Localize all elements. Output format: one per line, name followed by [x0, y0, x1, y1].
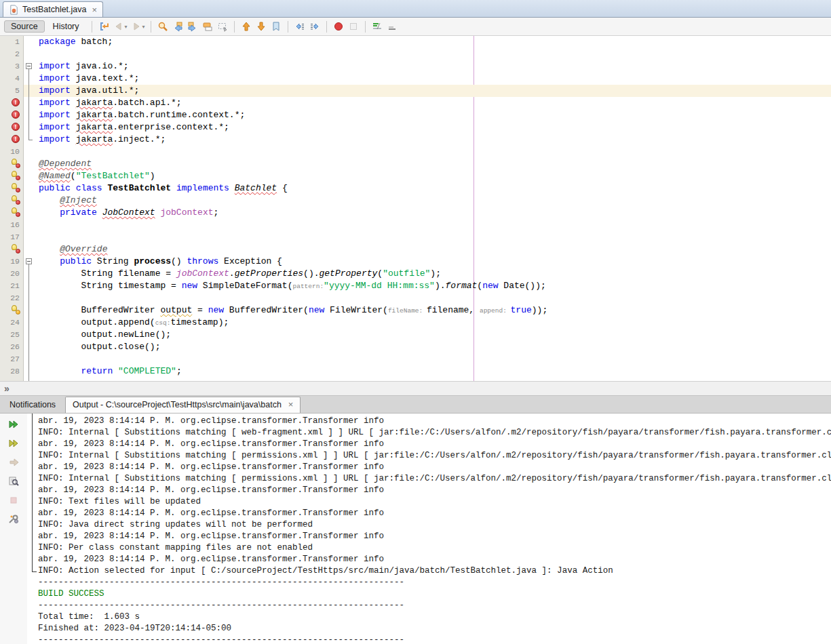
comment-button[interactable] — [370, 19, 385, 34]
output-line: INFO: Java direct string updates will no… — [38, 519, 831, 531]
next-occurrence-icon — [187, 21, 198, 32]
fold-collapse-box[interactable] — [26, 258, 32, 264]
line-number: 22 — [0, 292, 23, 304]
continue-icon — [8, 457, 19, 468]
line-number: 25 — [0, 329, 23, 341]
line-number: 16 — [0, 219, 23, 231]
warning-hint-icon[interactable] — [0, 304, 23, 317]
document-tab-bar: TestBatchlet.java × — [0, 0, 831, 18]
output-text[interactable]: abr. 19, 2023 8:14:14 P. M. org.eclipse.… — [27, 414, 831, 644]
code-line: return "COMPLETED"; — [24, 365, 831, 378]
jump-last-edit-button[interactable] — [96, 19, 111, 34]
toolbar-separator — [92, 21, 92, 33]
uncomment-button[interactable] — [385, 19, 400, 34]
shift-line-right-button[interactable] — [307, 19, 322, 34]
close-icon[interactable]: × — [92, 5, 98, 15]
toggle-highlight-search-icon — [202, 21, 213, 32]
stop-build-button[interactable] — [6, 494, 21, 507]
rerun-params-button[interactable] — [6, 437, 21, 450]
error-hint-icon[interactable] — [0, 195, 23, 207]
code-line: import java.text.*; — [24, 73, 831, 85]
forward-button[interactable] — [129, 19, 144, 34]
output-line: Total time: 1.603 s — [38, 611, 831, 623]
previous-occurrence-button[interactable] — [170, 19, 185, 34]
rectangular-selection-button[interactable] — [215, 19, 230, 34]
code-line: output.close(); — [24, 341, 831, 353]
error-hint-icon[interactable] — [0, 207, 23, 219]
tab-output[interactable]: Output - C:\sourceProject\TestHttps\src\… — [65, 397, 301, 413]
output-line: abr. 19, 2023 8:14:14 P. M. org.eclipse.… — [38, 531, 831, 542]
document-tab-label: TestBatchlet.java — [22, 5, 87, 14]
shift-line-left-icon — [294, 21, 305, 32]
line-number: 20 — [0, 268, 23, 280]
code-line: @Inject — [24, 195, 831, 207]
code-area[interactable]: package batch;import java.io.*;import ja… — [24, 36, 831, 381]
output-line: INFO: Action selected for input [ C:/sou… — [38, 565, 831, 577]
error-hint-icon[interactable] — [0, 243, 23, 256]
search-output-button[interactable] — [6, 475, 21, 488]
line-number: 26 — [0, 341, 23, 353]
code-editor: 12345101617192021222425262728 package ba… — [0, 36, 831, 381]
line-number: 21 — [0, 280, 23, 292]
toggle-highlight-search-button[interactable] — [200, 19, 215, 34]
error-hint-icon[interactable] — [0, 170, 23, 182]
tab-output-label: Output - C:\sourceProject\TestHttps\src\… — [73, 400, 282, 409]
code-line — [24, 48, 831, 60]
code-folding-column[interactable] — [24, 36, 35, 381]
record-macro-button[interactable] — [331, 19, 346, 34]
shift-line-left-button[interactable] — [292, 19, 307, 34]
previous-occurrence-icon — [172, 21, 183, 32]
output-line: INFO: Internal [ Substitions matching [ … — [38, 427, 831, 439]
continue-button[interactable] — [6, 456, 21, 469]
output-toolbar — [0, 414, 27, 644]
find-selection-icon — [157, 21, 168, 32]
error-icon[interactable] — [0, 121, 23, 134]
code-line — [24, 292, 831, 304]
jump-last-edit-icon — [98, 21, 109, 32]
next-bookmark-button[interactable] — [254, 19, 269, 34]
fold-collapse-box[interactable] — [26, 63, 32, 69]
output-line: abr. 19, 2023 8:14:14 P. M. org.eclipse.… — [38, 439, 831, 450]
breadcrumb-bar[interactable]: » — [0, 381, 831, 396]
stop-macro-button[interactable] — [346, 19, 361, 34]
comment-icon — [372, 21, 383, 32]
output-settings-icon — [8, 514, 19, 525]
rerun-button[interactable] — [6, 418, 21, 431]
code-line — [24, 231, 831, 243]
error-hint-icon[interactable] — [0, 182, 23, 195]
toggle-bookmark-button[interactable] — [269, 19, 284, 34]
build-success-line: BUILD SUCCESS — [38, 588, 831, 600]
toolbar-separator — [326, 21, 327, 33]
breadcrumb-expand-icon[interactable]: » — [4, 384, 9, 393]
next-occurrence-button[interactable] — [185, 19, 200, 34]
line-number: 1 — [0, 36, 23, 48]
output-tab-bar: Notifications Output - C:\sourceProject\… — [0, 396, 831, 414]
output-line: Finished at: 2023-04-19T20:14:14-05:00 — [38, 623, 831, 635]
output-line: INFO: Internal [ Substitions matching [ … — [38, 450, 831, 462]
code-line: output.append(csq:timestamp); — [24, 317, 831, 329]
code-line: @Named("TestBatchlet") — [24, 170, 831, 182]
uncomment-icon — [387, 21, 398, 32]
code-line: String filename = jobContext.getProperti… — [24, 268, 831, 280]
error-hint-icon[interactable] — [0, 158, 23, 170]
stop-build-icon — [8, 495, 19, 506]
close-icon[interactable]: × — [288, 399, 294, 409]
output-settings-button[interactable] — [6, 512, 21, 526]
editor-gutter[interactable]: 12345101617192021222425262728 — [0, 36, 24, 381]
error-icon[interactable] — [0, 134, 23, 146]
tab-notifications[interactable]: Notifications — [0, 397, 65, 413]
error-icon[interactable] — [0, 97, 23, 109]
code-line: String timestamp = new SimpleDateFormat(… — [24, 280, 831, 292]
toolbar-separator — [151, 21, 151, 33]
source-view-button[interactable]: Source — [4, 20, 45, 33]
back-button[interactable] — [111, 19, 126, 34]
document-tab[interactable]: TestBatchlet.java × — [3, 1, 103, 17]
find-selection-button[interactable] — [155, 19, 170, 34]
output-line: abr. 19, 2023 8:14:14 P. M. org.eclipse.… — [38, 508, 831, 519]
error-icon[interactable] — [0, 109, 23, 121]
history-view-button[interactable]: History — [46, 20, 86, 33]
netbeans-window: TestBatchlet.java × Source History ▾ ▾ — [0, 0, 831, 644]
output-line: abr. 19, 2023 8:14:14 P. M. org.eclipse.… — [38, 485, 831, 496]
previous-bookmark-button[interactable] — [239, 19, 254, 34]
code-line: import java.io.*; — [24, 60, 831, 73]
